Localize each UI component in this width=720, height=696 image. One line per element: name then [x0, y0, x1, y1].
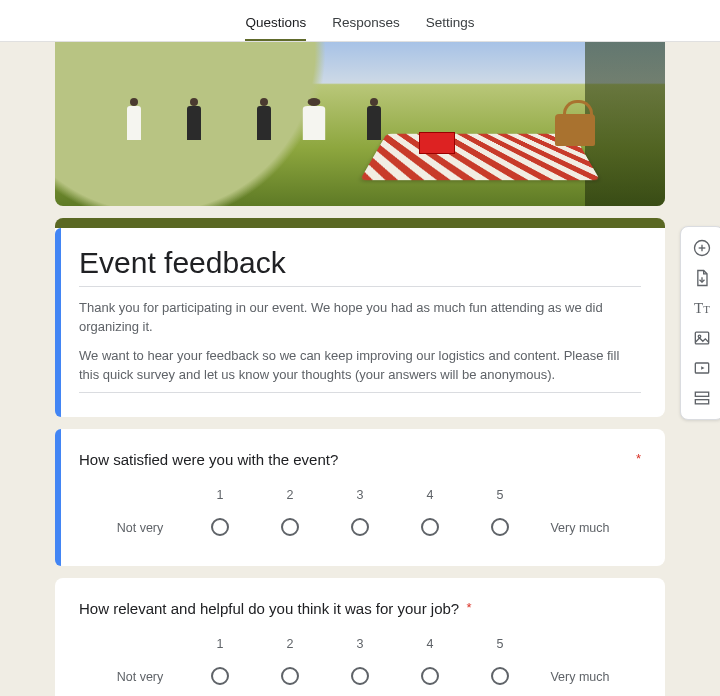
scale-radio-4[interactable]	[421, 518, 439, 536]
add-question-button[interactable]	[686, 233, 718, 263]
title-icon: TT	[694, 300, 710, 317]
banner-person	[185, 98, 203, 148]
scale-value-3: 3	[325, 488, 395, 502]
scale-radio-2[interactable]	[281, 667, 299, 685]
form-banner-image[interactable]	[55, 42, 665, 206]
banner-basket	[555, 114, 595, 146]
side-toolbar: TT	[680, 226, 720, 420]
import-questions-button[interactable]	[686, 263, 718, 293]
linear-scale: Not very 1 2 3 4 5 Very much	[79, 637, 641, 689]
form-description-p1: Thank you for participating in our event…	[79, 299, 641, 337]
scale-value-1: 1	[185, 488, 255, 502]
form-column: Event feedback Thank you for participati…	[55, 42, 665, 696]
scale-radio-5[interactable]	[491, 518, 509, 536]
linear-scale: Not very 1 2 3 4 5 Very much	[79, 488, 641, 540]
question-card-1[interactable]: * How satisfied were you with the event?…	[55, 429, 665, 566]
scale-low-label: Not very	[95, 493, 185, 535]
form-accent-strip	[55, 218, 665, 228]
scale-radio-2[interactable]	[281, 518, 299, 536]
add-section-button[interactable]	[686, 383, 718, 413]
form-description[interactable]: Thank you for participating in our event…	[79, 299, 641, 393]
scale-value-5: 5	[465, 488, 535, 502]
scale-value-4: 4	[395, 488, 465, 502]
scale-low-label: Not very	[95, 642, 185, 684]
svg-marker-7	[701, 366, 704, 369]
tab-settings[interactable]: Settings	[426, 15, 475, 41]
section-icon	[692, 388, 712, 408]
svg-rect-4	[695, 332, 708, 344]
scale-high-label: Very much	[535, 493, 625, 535]
editor-tabs: Questions Responses Settings	[0, 0, 720, 42]
tab-responses[interactable]: Responses	[332, 15, 400, 41]
add-image-button[interactable]	[686, 323, 718, 353]
scale-value-1: 1	[185, 637, 255, 651]
form-description-p2: We want to hear your feedback so we can …	[79, 347, 641, 385]
scale-value-5: 5	[465, 637, 535, 651]
banner-person	[300, 98, 329, 148]
question-text-span: How relevant and helpful do you think it…	[79, 600, 459, 617]
scale-radio-3[interactable]	[351, 667, 369, 685]
scale-radio-1[interactable]	[211, 667, 229, 685]
add-video-button[interactable]	[686, 353, 718, 383]
svg-rect-8	[695, 392, 708, 396]
form-title[interactable]: Event feedback	[79, 246, 641, 287]
banner-person	[365, 98, 383, 148]
scale-radio-4[interactable]	[421, 667, 439, 685]
scale-radio-3[interactable]	[351, 518, 369, 536]
plus-circle-icon	[692, 238, 712, 258]
file-import-icon	[692, 268, 712, 288]
scale-value-3: 3	[325, 637, 395, 651]
required-indicator: *	[636, 451, 641, 466]
scale-high-label: Very much	[535, 642, 625, 684]
banner-person	[125, 98, 143, 148]
banner-tree	[585, 42, 665, 206]
form-header-card[interactable]: Event feedback Thank you for participati…	[55, 228, 665, 417]
svg-rect-9	[695, 400, 708, 404]
image-icon	[692, 328, 712, 348]
tab-questions[interactable]: Questions	[245, 15, 306, 41]
scale-radio-5[interactable]	[491, 667, 509, 685]
scale-value-2: 2	[255, 488, 325, 502]
question-text[interactable]: How relevant and helpful do you think it…	[79, 600, 641, 617]
required-indicator: *	[466, 600, 471, 615]
scale-radio-1[interactable]	[211, 518, 229, 536]
video-icon	[692, 358, 712, 378]
banner-redbox	[419, 132, 455, 154]
add-title-button[interactable]: TT	[686, 293, 718, 323]
scale-value-2: 2	[255, 637, 325, 651]
banner-person	[255, 98, 273, 148]
question-text[interactable]: How satisfied were you with the event?	[79, 451, 641, 468]
scale-value-4: 4	[395, 637, 465, 651]
question-card-2[interactable]: How relevant and helpful do you think it…	[55, 578, 665, 696]
